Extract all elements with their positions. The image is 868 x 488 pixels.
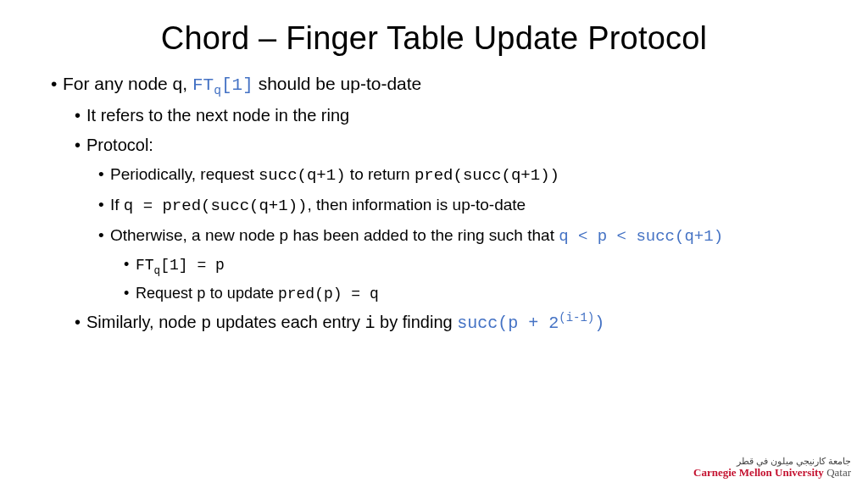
- slide-title: Chord – Finger Table Update Protocol: [51, 20, 817, 57]
- code: FTq[1]: [192, 75, 253, 95]
- bullet-l4: Request p to update pred(p) = q: [136, 283, 817, 304]
- logo-english-text: Carnegie Mellon University Qatar: [693, 467, 851, 478]
- code: p: [201, 313, 211, 333]
- code: pred(succ(q+1)): [415, 166, 559, 185]
- bullet-l2: Similarly, node p updates each entry i b…: [86, 311, 817, 335]
- bullet-l2: It refers to the next node in the ring: [86, 104, 817, 127]
- text: should be up-to-date: [253, 74, 421, 93]
- bullet-l2: Protocol:: [86, 134, 817, 157]
- bullet-l3: Otherwise, a new node p has been added t…: [110, 225, 817, 248]
- slide-content: Chord – Finger Table Update Protocol For…: [0, 0, 868, 335]
- code: pred(p) = q: [278, 286, 379, 302]
- text: If: [110, 196, 124, 214]
- bullet-l3: Periodically, request succ(q+1) to retur…: [110, 164, 817, 187]
- code: succ(q+1): [259, 166, 346, 185]
- university-logo: جامعة كارنيجي ميلون في قطر Carnegie Mell…: [693, 457, 851, 478]
- code: q = pred(succ(q+1)): [124, 197, 308, 215]
- text: updates each entry: [211, 313, 364, 331]
- text: to return: [346, 165, 415, 183]
- bullet-list: For any node q, FTq[1] should be up-to-d…: [51, 72, 817, 335]
- code: i: [364, 313, 375, 333]
- logo-arabic-text: جامعة كارنيجي ميلون في قطر: [693, 457, 851, 466]
- text: Similarly, node: [86, 313, 201, 331]
- text: to update: [206, 285, 278, 302]
- code: p: [197, 286, 206, 302]
- bullet-l3: If q = pred(succ(q+1)), then information…: [110, 194, 817, 218]
- text: , then information is up-to-date: [307, 196, 526, 214]
- text: For any node q,: [63, 74, 192, 93]
- bullet-l1: For any node q, FTq[1] should be up-to-d…: [63, 72, 817, 97]
- code: succ(p + 2(i-1)): [457, 313, 604, 333]
- text: Periodically, request: [110, 165, 259, 183]
- text: by finding: [376, 313, 458, 331]
- code: q < p < succ(q+1): [559, 227, 723, 246]
- text: Otherwise, a new node p has been added t…: [110, 226, 559, 244]
- bullet-l4: FTq[1] = p: [136, 254, 817, 275]
- text: Request: [136, 285, 197, 302]
- code: FTq[1] = p: [136, 257, 225, 274]
